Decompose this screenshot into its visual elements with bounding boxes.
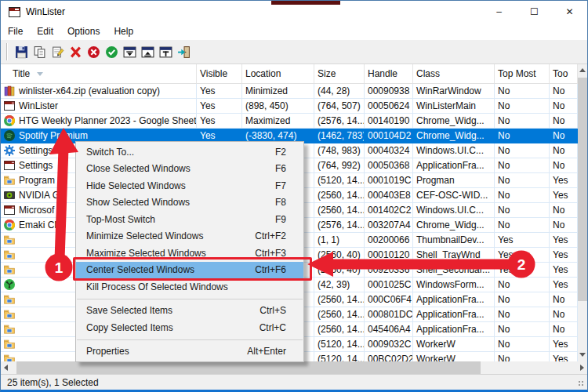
menu-item-label: Properties <box>86 346 129 357</box>
cell-text: 00010120 <box>368 249 409 260</box>
cell-text: Yes <box>553 175 568 186</box>
cell-text: No <box>498 190 510 201</box>
minimize-windows-button[interactable] <box>121 42 139 61</box>
cell-text: (764, 507) <box>318 100 361 111</box>
resize-grip[interactable] <box>579 381 585 387</box>
close-button[interactable]: ✕ <box>552 1 587 23</box>
cell-handle: 00010120 <box>365 248 413 263</box>
page-pen-icon <box>51 45 64 59</box>
column-header-title[interactable]: Title <box>1 64 197 83</box>
topmost-switch-button[interactable] <box>157 42 175 61</box>
cell-handle: 00BC02D2 <box>365 352 413 361</box>
maximize-button[interactable]: ☐ <box>517 1 552 23</box>
close-windows-button[interactable] <box>85 42 103 61</box>
column-header-label: Location <box>245 68 281 79</box>
cell-top-most: Yes <box>495 233 550 248</box>
cell-too: No <box>550 114 578 129</box>
menu-item-save-selected-items[interactable]: Save Selected ItemsCtrl+S <box>76 303 303 320</box>
save-items-button[interactable] <box>13 42 31 61</box>
column-header-top-most[interactable]: Top Most <box>495 64 550 83</box>
show-windows-button[interactable] <box>103 42 121 61</box>
menubar-item-file[interactable]: File <box>1 23 30 40</box>
menu-item-switch-to[interactable]: Switch To...F2 <box>76 143 303 161</box>
menu-separator <box>77 339 303 340</box>
menubar-item-help[interactable]: Help <box>107 23 140 40</box>
exit-button[interactable] <box>175 42 193 61</box>
column-header-too[interactable]: Too <box>550 64 578 83</box>
column-header-size[interactable]: Size <box>314 64 365 83</box>
minimize-button[interactable]: – <box>481 1 517 23</box>
horizontal-scroll-thumb[interactable] <box>16 361 481 374</box>
cell-text: WorkerW <box>416 354 456 361</box>
cell-text: No <box>498 339 510 350</box>
horizontal-scrollbar[interactable] <box>1 361 587 374</box>
cell-text: Yes <box>200 100 216 111</box>
menu-item-properties[interactable]: PropertiesAlt+Enter <box>76 343 303 361</box>
scroll-left-icon[interactable] <box>4 365 8 371</box>
cell-class: ApplicationFra... <box>413 292 495 307</box>
cell-too: Yes <box>550 263 578 278</box>
cell-size: (5120, 14... <box>314 173 365 188</box>
cell-text: 003207A4 <box>368 220 411 230</box>
cell-top-most: No <box>495 114 550 129</box>
cell-top-most: No <box>495 292 550 307</box>
cell-top-most: No <box>495 188 550 203</box>
cell-top-most: No <box>495 307 550 322</box>
vertical-scrollbar[interactable] <box>578 64 587 361</box>
properties-button[interactable] <box>49 42 67 61</box>
cell-location: Minimized <box>242 84 314 99</box>
cell-too: No <box>550 322 578 337</box>
toolbar-gripper <box>6 43 8 60</box>
column-header-visible[interactable]: Visible <box>197 64 242 83</box>
menu-item-kill-process-of-selected-windows[interactable]: Kill Process Of Selected Windows <box>76 278 303 296</box>
menu-item-top-most-switch[interactable]: Top-Most SwitchF9 <box>76 211 303 228</box>
column-header-handle[interactable]: Handle <box>365 64 413 83</box>
cell-text: 000C06F4 <box>368 294 412 305</box>
cell-text: (-3830, 474) <box>245 130 296 141</box>
scroll-up-icon[interactable] <box>579 68 586 72</box>
cell-text: (2560, 14... <box>318 190 365 201</box>
cell-text: No <box>498 100 510 111</box>
table-row[interactable]: HTG Weekly Planner 2023 - Google Sheet..… <box>1 114 578 129</box>
cell-class: WindowsForm... <box>413 278 495 292</box>
cell-text: Shell_Secondar... <box>416 264 490 275</box>
cell-text: 00040324 <box>368 145 409 156</box>
cell-text: No <box>553 85 564 96</box>
menu-item-close-selected-windows[interactable]: Close Selected WindowsF6 <box>76 161 303 178</box>
cell-text: 00920336 <box>368 264 409 275</box>
menu-item-minimize-selected-windows[interactable]: Minimize Selected WindowsCtrl+F2 <box>76 228 303 245</box>
menu-item-show-selected-windows[interactable]: Show Selected WindowsF8 <box>76 194 303 212</box>
cell-text: No <box>498 354 510 361</box>
cell-size: (764, 507) <box>314 99 365 114</box>
cell-text: Yes <box>553 339 568 350</box>
copy-items-button[interactable] <box>31 42 49 61</box>
nvidia-icon <box>3 189 16 201</box>
vertical-scroll-thumb[interactable] <box>578 78 587 301</box>
table-row[interactable]: winlister-x64.zip (evaluation copy)YesMi… <box>1 84 578 99</box>
menu-item-label: Show Selected Windows <box>86 197 190 208</box>
maximize-windows-button[interactable] <box>139 42 157 61</box>
table-row[interactable]: WinListerYes(898, 450)(764, 507)00050624… <box>1 99 578 114</box>
menubar-item-edit[interactable]: Edit <box>30 23 60 40</box>
cell-handle: 00090938 <box>365 84 413 99</box>
cell-handle: 00050368 <box>365 158 413 173</box>
cell-text: No <box>498 175 510 186</box>
menu-item-copy-selected-items[interactable]: Copy Selected ItemsCtrl+C <box>76 319 303 336</box>
background-window-fragment <box>271 1 340 5</box>
column-header-location[interactable]: Location <box>242 64 314 83</box>
cell-text: 001402C2 <box>368 205 411 216</box>
cell-text: Yes <box>200 85 216 96</box>
cell-text: (44, 28) <box>318 85 350 96</box>
column-header-class[interactable]: Class <box>413 64 495 83</box>
menu-item-label: Save Selected Items <box>86 305 172 316</box>
menu-separator <box>77 299 303 299</box>
menu-item-shortcut: Alt+Enter <box>247 346 286 357</box>
menubar-item-options[interactable]: Options <box>60 23 107 40</box>
cell-text: ApplicationFra... <box>416 324 485 335</box>
cell-text: CEF-OSC-WID... <box>416 190 488 201</box>
scroll-right-icon[interactable] <box>580 365 584 371</box>
annotation-highlight-box <box>73 257 312 281</box>
menu-item-hide-selected-windows[interactable]: Hide Selected WindowsF7 <box>76 177 303 194</box>
kill-process-button[interactable] <box>67 42 85 61</box>
scroll-down-icon[interactable] <box>579 353 586 357</box>
